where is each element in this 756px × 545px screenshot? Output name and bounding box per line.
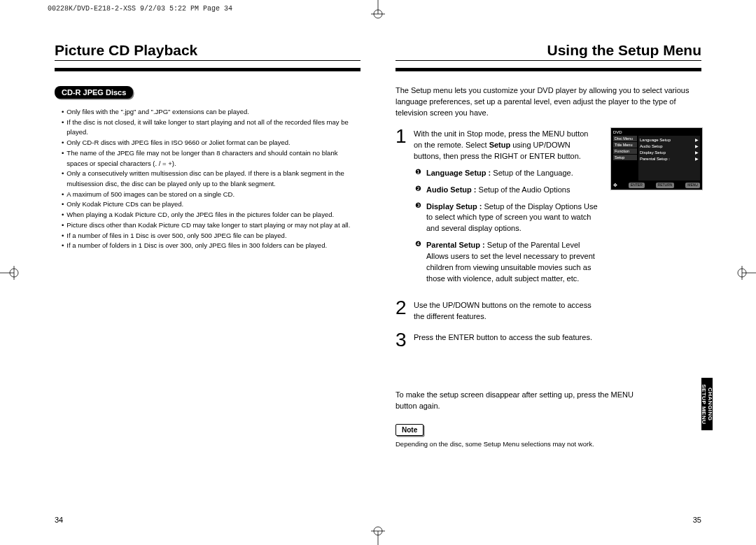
osd-screenshot: DVD Disc MenuTitle MenuFunctionSetup Lan… [610,127,703,190]
item-label: Display Setup : [426,202,484,211]
list-item: •If a number of folders in 1 Disc is ove… [62,241,360,251]
bullet-dot: • [62,220,64,231]
bullet-dot: • [62,169,64,189]
bullet-text: If a number of folders in 1 Disc is over… [66,241,360,251]
osd-left-item: Disc Menu [613,136,637,141]
list-item: •Picture discs other than Kodak Picture … [62,220,360,231]
bullet-dot: • [62,190,64,200]
step-1: 1 With the unit in Stop mode, press the … [396,129,598,290]
osd-left-item: Title Menu [613,142,637,148]
chevron-right-icon: ▶ [695,137,699,142]
title-rule [396,68,701,71]
right-page: Using the Setup Menu The Setup menu lets… [388,42,708,524]
osd-right-item: Parental Setup :▶ [640,156,699,161]
setup-subitem: ❷Audio Setup : Setup of the Audio Option… [414,185,598,196]
osd-right-item: Display Setup▶ [640,150,699,155]
step-number: 1 [396,129,410,290]
setup-intro: The Setup menu lets you customize your D… [396,85,701,119]
item-desc: Setup of the Language. [493,169,573,177]
list-item: •Only a consecutively written multisessi… [62,169,360,189]
bullet-text: A maximum of 500 images can be stored on… [66,190,360,200]
jpeg-notes-list: •Only files with the ".jpg" and ".JPG" e… [55,107,360,251]
bullet-text: Only files with the ".jpg" and ".JPG" ex… [66,107,360,118]
osd-left-item: Function [613,148,637,154]
title-rule [55,68,360,71]
page-number-right: 35 [693,516,701,524]
bullet-text: Picture discs other than Kodak Picture C… [66,220,360,231]
crop-mark-left [0,259,28,287]
item-body: Parental Setup : Setup of the Parental L… [426,240,598,285]
item-body: Language Setup : Setup of the Language. [426,168,573,179]
step-number: 3 [396,332,410,348]
page-spread: Picture CD Playback CD-R JPEG Discs •Onl… [48,42,708,524]
item-body: Audio Setup : Setup of the Audio Options [426,185,570,196]
bullet-text: When playing a Kodak Picture CD, only th… [66,210,360,220]
bullet-dot: • [62,241,64,251]
step-3: 3 Press the ENTER button to access the s… [396,332,598,348]
step1-setup-bold: Setup [489,141,511,149]
bullet-dot: • [62,118,64,138]
list-item: •When playing a Kodak Picture CD, only t… [62,210,360,220]
setup-subitem: ❹Parental Setup : Setup of the Parental … [414,240,598,285]
crop-mark-right [728,259,756,287]
note-badge: Note [396,424,424,436]
osd-left-item: Setup [613,155,637,160]
osd-button-label: RETURN [656,183,675,188]
item-body: Display Setup : Setup of the Display Opt… [426,201,598,235]
right-page-title: Using the Setup Menu [396,42,701,61]
cdr-jpeg-badge: CD-R JPEG Discs [55,86,133,99]
osd-button-label: ENTER [629,183,645,188]
left-page: Picture CD Playback CD-R JPEG Discs •Onl… [48,42,368,524]
bullet-dot: • [62,231,64,241]
dpad-icon: ✥ [613,183,617,188]
item-marker: ❷ [414,185,422,193]
osd-right-item: Language Setup▶ [640,137,699,142]
section-tab-line1: CHANGING [708,388,714,421]
list-item: •Only files with the ".jpg" and ".JPG" e… [62,107,360,118]
item-label: Language Setup : [426,169,493,177]
bullet-text: If a number of files in 1 Disc is over 5… [66,231,360,241]
note-text: Depending on the disc, some Setup Menu s… [396,440,701,448]
list-item: •The name of the JPEG file may not be lo… [62,148,360,169]
item-marker: ❶ [414,168,422,176]
bullet-text: Only CD-R discs with JPEG files in ISO 9… [66,138,360,148]
chevron-right-icon: ▶ [695,143,699,148]
setup-subitem: ❸Display Setup : Setup of the Display Op… [414,201,598,235]
crop-mark-top [364,0,392,28]
bullet-text: Only a consecutively written multisessio… [66,169,360,189]
bullet-text: Only Kodak Picture CDs can be played. [66,199,360,210]
chevron-right-icon: ▶ [695,150,699,155]
bullet-dot: • [62,138,64,148]
setup-footnote: To make the setup screen disappear after… [396,390,648,411]
item-desc: Setup of the Audio Options [479,185,570,194]
step2-text: Use the UP/DOWN buttons on the remote to… [414,300,598,323]
list-item: •If the disc is not closed, it will take… [62,118,360,138]
section-tab: CHANGING SETUP MENU [701,378,713,430]
bullet-dot: • [62,107,64,118]
step-number: 2 [396,300,410,323]
page-number-left: 34 [55,516,63,524]
osd-button-label: MENU [685,183,700,188]
left-page-title: Picture CD Playback [55,42,360,61]
item-marker: ❹ [414,240,422,248]
item-label: Parental Setup : [426,241,487,249]
osd-dvd-label: DVD [613,130,700,134]
item-label: Audio Setup : [426,185,479,194]
setup-subitem: ❶Language Setup : Setup of the Language. [414,168,598,179]
bullet-text: If the disc is not closed, it will take … [66,118,360,138]
list-item: •If a number of files in 1 Disc is over … [62,231,360,241]
list-item: •Only CD-R discs with JPEG files in ISO … [62,138,360,148]
print-header: 00228K/DVD-E218-2-XSS 9/2/03 5:22 PM Pag… [48,5,232,13]
bullet-dot: • [62,199,64,210]
list-item: •A maximum of 500 images can be stored o… [62,190,360,200]
bullet-text: The name of the JPEG file may not be lon… [66,148,360,169]
list-item: •Only Kodak Picture CDs can be played. [62,199,360,210]
bullet-dot: • [62,210,64,220]
bullet-dot: • [62,148,64,169]
chevron-right-icon: ▶ [695,156,699,161]
item-marker: ❸ [414,201,422,210]
osd-right-item: Audio Setup▶ [640,143,699,148]
step-2: 2 Use the UP/DOWN buttons on the remote … [396,300,598,323]
step3-text: Press the ENTER button to access the sub… [414,332,598,348]
section-tab-line2: SETUP MENU [701,384,708,424]
